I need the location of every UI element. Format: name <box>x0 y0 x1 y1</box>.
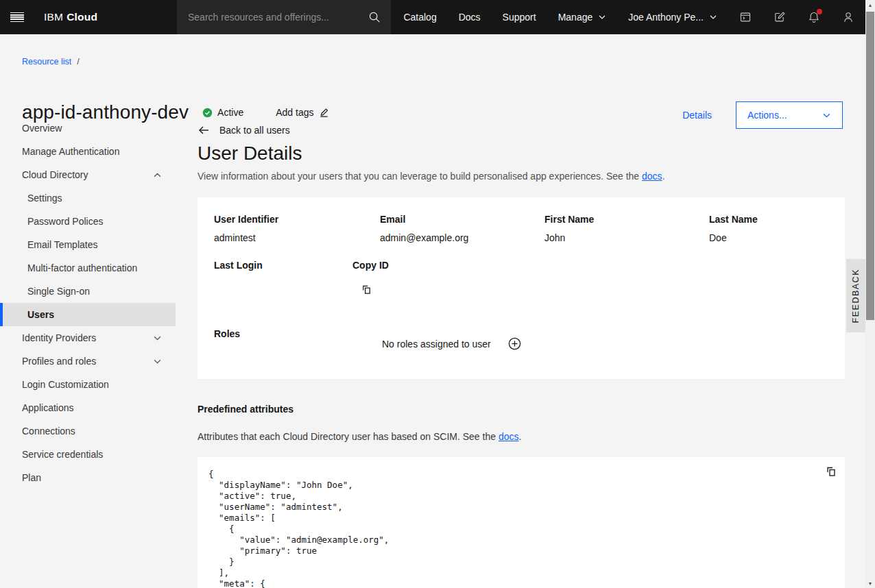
chevron-down-icon <box>709 13 717 21</box>
actions-dropdown[interactable]: Actions... <box>736 101 843 129</box>
search-icon <box>368 11 381 23</box>
last-name-value: Doe <box>709 232 727 243</box>
arrow-left-icon <box>197 125 210 136</box>
roles-empty-text: No roles assigned to user <box>382 339 491 350</box>
main-panel: Back to all users User Details View info… <box>197 110 845 588</box>
copy-id-label: Copy ID <box>352 260 389 271</box>
status-label: Active <box>217 107 243 118</box>
scrollbar-down-arrow[interactable]: ▼ <box>865 578 875 588</box>
user-icon <box>841 10 856 25</box>
search-input[interactable] <box>177 12 358 23</box>
chevron-down-icon <box>153 357 162 366</box>
sidebar-item-cloud-directory[interactable]: Cloud Directory <box>0 163 176 186</box>
status-badge: Active <box>202 107 243 118</box>
copy-icon <box>825 465 837 478</box>
breadcrumb-separator: / <box>77 57 79 66</box>
ibm-cloud-logo[interactable]: IBM Cloud <box>44 0 97 34</box>
copy-code-button[interactable] <box>825 465 837 478</box>
account-menu[interactable]: Joe Anthony Pe... <box>617 0 728 34</box>
sidebar-item-single-sign-on[interactable]: Single Sign-on <box>0 280 176 303</box>
nav-manage[interactable]: Manage <box>547 0 618 34</box>
edit-pencil-icon <box>319 108 329 118</box>
sidebar-item-settings[interactable]: Settings <box>0 186 176 210</box>
terminal-icon <box>738 10 753 25</box>
nav-catalog[interactable]: Catalog <box>392 0 447 34</box>
brand-ibm: IBM <box>44 11 63 23</box>
page-scrollbar[interactable]: ▲ ▼ <box>865 0 875 588</box>
field-label: First Name <box>544 214 594 225</box>
content-area: Overview Manage Authentication Cloud Dir… <box>0 110 875 588</box>
sidebar-item-connections[interactable]: Connections <box>0 419 176 443</box>
sidebar-item-profiles-and-roles[interactable]: Profiles and roles <box>0 350 176 373</box>
field-label: Email <box>380 214 405 225</box>
docs-link[interactable]: docs <box>642 171 662 182</box>
sidebar-item-manage-authentication[interactable]: Manage Authentication <box>0 140 176 163</box>
header-search <box>177 0 391 34</box>
feedback-tab[interactable]: FEEDBACK <box>846 259 865 332</box>
email-value: admin@example.org <box>380 232 468 243</box>
brand-cloud: Cloud <box>67 11 97 23</box>
details-link[interactable]: Details <box>682 110 712 121</box>
notification-dot <box>817 9 822 14</box>
hamburger-icon <box>10 12 24 23</box>
sidebar-item-identity-providers[interactable]: Identity Providers <box>0 326 176 350</box>
user-identifier-value: admintest <box>214 232 256 243</box>
field-label: User Identifier <box>214 214 278 225</box>
user-details-card: User Identifier Email First Name Last Na… <box>197 197 845 379</box>
chevron-up-icon <box>153 171 162 180</box>
profile-button[interactable] <box>831 0 865 34</box>
page-title: User Details <box>197 143 845 164</box>
top-header: IBM Cloud Catalog Docs Support Manage Jo… <box>0 0 875 34</box>
header-right-group: Catalog Docs Support Manage Joe Anthony … <box>392 0 865 34</box>
predefined-attributes-description: Attributes that each Cloud Directory use… <box>197 431 845 442</box>
predefined-attributes-heading: Predefined attributes <box>197 404 845 415</box>
chevron-down-icon <box>822 111 831 120</box>
chevron-down-icon <box>153 334 162 343</box>
add-circle-icon <box>507 336 522 351</box>
sidebar-item-email-templates[interactable]: Email Templates <box>0 233 176 256</box>
hamburger-menu-button[interactable] <box>0 0 34 34</box>
last-login-label: Last Login <box>214 260 263 271</box>
sidebar-item-users[interactable]: Users <box>0 303 176 326</box>
sidebar-nav: Overview Manage Authentication Cloud Dir… <box>0 110 176 489</box>
sidebar-item-password-polices[interactable]: Password Polices <box>0 210 176 233</box>
edit-feedback-button[interactable] <box>763 0 797 34</box>
page-description: View information about your users that y… <box>197 171 845 182</box>
check-circle-icon <box>202 108 213 118</box>
nav-docs[interactable]: Docs <box>448 0 492 34</box>
copy-id-button[interactable] <box>361 284 372 295</box>
notifications-button[interactable] <box>797 0 831 34</box>
breadcrumb-resource-list-link[interactable]: Resource list <box>22 57 71 66</box>
nav-support[interactable]: Support <box>492 0 547 34</box>
sidebar-item-overview[interactable]: Overview <box>0 117 176 140</box>
search-button[interactable] <box>358 0 391 34</box>
page-header: Resource list / app-id-anthony-dev Activ… <box>0 34 875 110</box>
add-role-button[interactable] <box>507 336 522 351</box>
first-name-value: John <box>544 232 565 243</box>
web-terminal-button[interactable] <box>728 0 763 34</box>
breadcrumb: Resource list / <box>22 57 80 66</box>
sidebar-item-login-customization[interactable]: Login Customization <box>0 373 176 396</box>
copy-icon <box>361 284 372 295</box>
add-tags-button[interactable]: Add tags <box>276 107 329 118</box>
roles-label: Roles <box>214 328 240 339</box>
docs-link[interactable]: docs <box>499 431 519 442</box>
chevron-down-icon <box>598 13 606 21</box>
field-label: Last Name <box>709 214 758 225</box>
scrollbar-up-arrow[interactable]: ▲ <box>865 0 875 10</box>
edit-icon <box>772 10 787 25</box>
scrollbar-thumb[interactable] <box>866 12 874 320</box>
sidebar-item-service-credentials[interactable]: Service credentials <box>0 443 176 466</box>
sidebar-item-multi-factor-authentication[interactable]: Multi-factor authentication <box>0 256 176 280</box>
sidebar-item-applications[interactable]: Applications <box>0 396 176 419</box>
sidebar-item-plan[interactable]: Plan <box>0 466 176 489</box>
scim-attributes-code-block: { "displayName": "John Doe", "active": t… <box>197 457 845 588</box>
scim-json-code: { "displayName": "John Doe", "active": t… <box>208 469 834 588</box>
